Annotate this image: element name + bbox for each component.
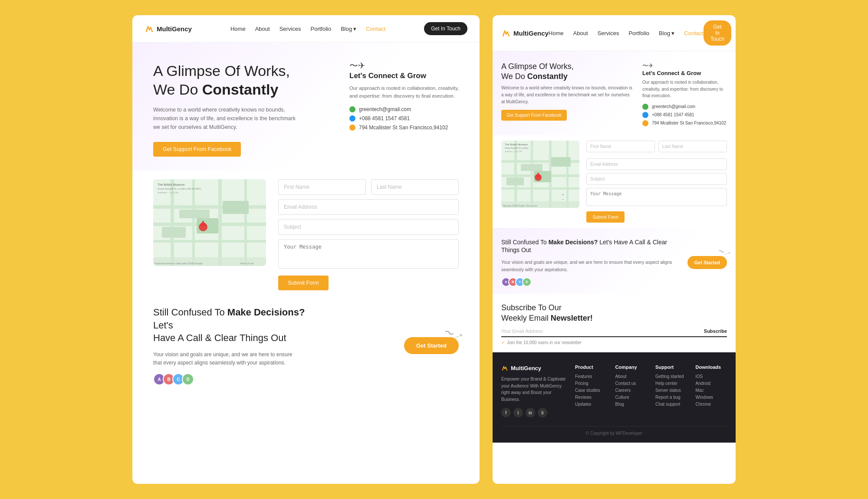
right-subject-input[interactable] <box>586 173 727 185</box>
right-get-started-button[interactable]: Get Started <box>687 256 727 269</box>
right-map-form-section: The British Museum Great Russell St Lond… <box>493 135 736 228</box>
right-navbar: MultiGency Home About Services Portfolio… <box>493 15 736 51</box>
footer-link-windows[interactable]: Windows <box>696 395 727 400</box>
svg-rect-5 <box>192 179 195 266</box>
svg-text:★★★★☆ 143,246: ★★★★☆ 143,246 <box>158 191 179 194</box>
contact-phone: +088 4581 1547 4581 <box>349 115 462 121</box>
right-nav-portfolio[interactable]: Portfolio <box>628 30 649 36</box>
nav-about[interactable]: About <box>255 26 270 32</box>
nav-blog[interactable]: Blog ▾ <box>341 26 356 32</box>
footer-link-contact-us[interactable]: Contact us <box>615 381 647 386</box>
right-nav-blog[interactable]: Blog ▾ <box>659 30 674 36</box>
linkedin-social-button[interactable]: li <box>538 408 547 417</box>
cta-left-content: Still Confused To Make Decisions? Let'sH… <box>153 306 327 385</box>
nav-services[interactable]: Services <box>279 26 301 32</box>
left-logo[interactable]: MultiGency <box>145 24 192 33</box>
right-chevron-down-icon: ▾ <box>671 30 674 36</box>
right-email-input[interactable] <box>586 158 727 170</box>
footer-link-updates[interactable]: Updates <box>575 402 607 407</box>
facebook-social-button[interactable]: f <box>501 408 511 417</box>
message-textarea[interactable] <box>278 239 459 269</box>
right-nav-contact[interactable]: Contact <box>684 30 704 36</box>
right-card: MultiGency Home About Services Portfolio… <box>493 15 736 484</box>
footer-link-case-studies[interactable]: Case studies <box>575 388 607 393</box>
footer-link-reviews[interactable]: Reviews <box>575 395 607 400</box>
svg-text:Terms of use: Terms of use <box>240 262 253 265</box>
nav-contact[interactable]: Contact <box>366 26 385 32</box>
right-message-textarea[interactable] <box>586 188 727 206</box>
footer-link-culture[interactable]: Culture <box>615 395 647 400</box>
footer-link-about[interactable]: About <box>615 374 647 379</box>
right-nav-about[interactable]: About <box>573 30 588 36</box>
right-avatar-4: D <box>522 277 532 287</box>
footer-link-android[interactable]: Android <box>696 381 727 386</box>
connect-description: Our approach is rooted in collaboration,… <box>349 85 462 100</box>
right-logo[interactable]: MultiGency <box>501 28 549 38</box>
right-map-container: The British Museum Great Russell St Lond… <box>501 141 579 208</box>
right-get-in-touch-button[interactable]: Get In Touch <box>704 20 731 46</box>
footer-link-chrome[interactable]: Chrome <box>696 402 727 407</box>
svg-text:Map data ©2025 Google • Terms : Map data ©2025 Google • Terms of use <box>503 204 537 207</box>
right-email-dot-icon <box>642 104 648 110</box>
svg-rect-31 <box>506 177 524 185</box>
right-facebook-support-button[interactable]: Get Support From Facebook <box>501 110 567 121</box>
get-in-touch-button[interactable]: Get In Touch <box>424 22 467 35</box>
first-name-input[interactable] <box>278 179 366 195</box>
footer-link-careers[interactable]: Careers <box>615 388 647 393</box>
svg-text:The British Museum: The British Museum <box>158 183 184 186</box>
footer-link-ios[interactable]: iOS <box>696 374 727 379</box>
subject-input[interactable] <box>278 219 459 235</box>
left-navbar: MultiGency Home About Services Portfolio… <box>132 15 480 43</box>
left-cta-section: Still Confused To Make Decisions? Let'sH… <box>132 290 480 396</box>
chevron-down-icon: ▾ <box>353 26 356 32</box>
cta-title: Still Confused To Make Decisions? Let'sH… <box>153 306 327 345</box>
svg-rect-10 <box>223 201 249 214</box>
newsletter-input-row: Subscribe <box>501 328 727 337</box>
hero-description: Welcome to a world where creativity know… <box>153 105 301 131</box>
footer-link-help-center[interactable]: Help center <box>655 381 687 386</box>
nav-portfolio[interactable]: Portfolio <box>311 26 332 32</box>
footer-link-pricing[interactable]: Pricing <box>575 381 607 386</box>
left-card: MultiGency Home About Services Portfolio… <box>132 15 480 484</box>
last-name-input[interactable] <box>371 179 459 195</box>
footer-copyright: © Copyright by WPDeveloper <box>501 426 727 436</box>
email-input[interactable] <box>278 199 459 215</box>
contact-form: Submit Form <box>278 179 459 290</box>
footer-link-features[interactable]: Features <box>575 374 607 379</box>
footer-socials: f t in li <box>501 408 566 417</box>
facebook-support-button[interactable]: Get Support From Facebook <box>153 142 241 157</box>
map-container: The British Museum Great Russell St, Lon… <box>153 179 266 266</box>
address-dot-icon <box>349 125 355 131</box>
right-nav-home[interactable]: Home <box>549 30 564 36</box>
submit-form-button[interactable]: Submit Form <box>278 276 329 290</box>
email-dot-icon <box>349 106 355 112</box>
footer-link-report-bug[interactable]: Report a bug <box>655 395 687 400</box>
nav-home[interactable]: Home <box>230 26 246 32</box>
right-contact-address: 794 Mcallister St San Francisco,94102 <box>642 120 727 126</box>
footer-col-product: Product Features Pricing Case studies Re… <box>575 364 607 417</box>
instagram-social-button[interactable]: in <box>526 408 535 417</box>
footer-link-blog[interactable]: Blog <box>615 402 647 407</box>
right-submit-form-button[interactable]: Submit Form <box>586 211 625 223</box>
footer-link-getting-started[interactable]: Getting started <box>655 374 687 379</box>
footer-link-chat-support[interactable]: Chat support <box>655 402 687 407</box>
right-nav-services[interactable]: Services <box>598 30 619 36</box>
footer-downloads-title: Downloads <box>696 364 727 370</box>
right-first-name-input[interactable] <box>586 141 655 152</box>
footer-link-mac[interactable]: Mac <box>696 388 727 393</box>
footer-logo: MultiGency <box>501 364 566 371</box>
svg-rect-11 <box>162 227 186 238</box>
svg-rect-6 <box>218 179 222 266</box>
subscribe-button[interactable]: Subscribe <box>704 328 727 334</box>
email-row <box>278 199 459 215</box>
right-last-name-input[interactable] <box>658 141 727 152</box>
newsletter-email-input[interactable] <box>501 328 704 334</box>
right-map-svg: The British Museum Great Russell St Lond… <box>501 141 579 208</box>
right-logo-icon <box>501 28 511 38</box>
right-avatars-row: A B C D <box>501 277 682 287</box>
footer-link-server-status[interactable]: Server status <box>655 388 687 393</box>
footer-description: Empower your Brand & Captivate your Audi… <box>501 376 566 403</box>
right-cta-right: 〜↗ Get Started <box>687 256 727 269</box>
twitter-social-button[interactable]: t <box>513 408 523 417</box>
svg-text:Keyboard shortcut • Map data ©: Keyboard shortcut • Map data ©2025 Googl… <box>155 262 203 265</box>
